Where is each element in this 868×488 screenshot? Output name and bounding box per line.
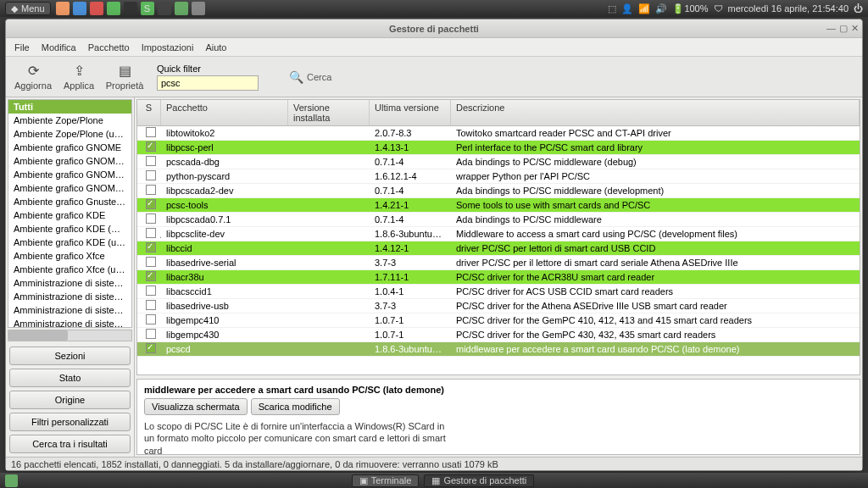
table-row[interactable]: libgempc4301.0.7-1PC/SC driver for the G… — [137, 328, 860, 342]
table-row[interactable]: libasedrive-serial3.7-3driver PC/SC per … — [137, 256, 860, 270]
shield-icon[interactable]: 🛡 — [714, 3, 723, 14]
category-item[interactable]: Ambiente Zope/Plone (univers — [8, 127, 131, 141]
status-checkbox[interactable] — [146, 228, 156, 238]
status-checkbox[interactable] — [146, 242, 156, 252]
properties-button[interactable]: ▤ Proprietà — [104, 63, 145, 91]
category-item[interactable]: Amministrazione di sistema (n — [8, 290, 131, 303]
app-icon[interactable] — [73, 2, 86, 15]
show-desktop-icon[interactable] — [5, 474, 18, 487]
app-icon[interactable] — [90, 2, 103, 15]
search-results-button[interactable]: Cerca tra i risultati — [9, 435, 131, 453]
table-row[interactable]: libasedrive-usb3.7-3PC/SC driver for the… — [137, 299, 860, 313]
col-installed[interactable]: Versione installata — [288, 100, 370, 125]
table-row[interactable]: libacr38u1.7.11-1PC/SC driver for the AC… — [137, 270, 860, 285]
table-header[interactable]: S Pacchetto Versione installata Ultima v… — [137, 100, 860, 126]
table-row[interactable]: libgempc4101.0.7-1PC/SC driver for the G… — [137, 313, 860, 328]
status-checkbox[interactable] — [146, 300, 156, 310]
apply-button[interactable]: ⇪ Applica — [58, 63, 99, 91]
task-synaptic[interactable]: ▦ Gestore di pacchetti — [424, 474, 534, 487]
search-button[interactable]: 🔍 Cerca — [289, 70, 331, 84]
category-item[interactable]: Ambiente grafico KDE (univer — [8, 236, 131, 249]
table-body[interactable]: libtowitoko22.0.7-8.3Towitoko smartcard … — [137, 126, 860, 374]
quick-filter-input[interactable] — [157, 75, 259, 91]
clock[interactable]: mercoledì 16 aprile, 21:54:40 — [728, 3, 849, 14]
status-button[interactable]: Stato — [9, 369, 131, 387]
status-checkbox[interactable] — [146, 257, 156, 267]
table-row[interactable]: pcsc-tools1.4.21-1Some tools to use with… — [137, 198, 860, 213]
app-icon[interactable] — [124, 2, 137, 15]
maximize-button[interactable]: ▢ — [839, 23, 848, 34]
table-row[interactable]: libpcscada0.7.10.7.1-4Ada bindings to PC… — [137, 213, 860, 227]
category-item[interactable]: Amministrazione di sistema (n — [8, 303, 131, 317]
menu-button[interactable]: ◆ Menu — [5, 2, 51, 15]
menu-help[interactable]: Aiuto — [205, 42, 226, 53]
task-terminal[interactable]: ▣ Terminale — [352, 474, 420, 487]
refresh-button[interactable]: ⟳ Aggiorna — [13, 63, 53, 91]
category-item[interactable]: Ambiente grafico GNOME (no — [8, 168, 131, 181]
status-checkbox[interactable] — [146, 271, 156, 281]
table-row[interactable]: libccid1.4.12-1driver PC/SC per lettori … — [137, 241, 860, 256]
menu-settings[interactable]: Impostazioni — [142, 42, 194, 53]
table-row[interactable]: libpcsc-perl1.4.13-1Perl interface to th… — [137, 141, 860, 155]
category-item[interactable]: Ambiente Zope/Plone — [8, 114, 131, 127]
category-item[interactable]: Ambiente grafico Gnustep (un — [8, 195, 131, 208]
status-checkbox[interactable] — [146, 343, 156, 353]
col-latest[interactable]: Ultima versione — [370, 100, 451, 125]
table-row[interactable]: libtowitoko22.0.7-8.3Towitoko smartcard … — [137, 126, 860, 141]
table-row[interactable]: python-pyscard1.6.12.1-4wrapper Python p… — [137, 169, 860, 184]
status-checkbox[interactable] — [146, 127, 156, 137]
minimize-button[interactable]: — — [826, 23, 836, 34]
menu-package[interactable]: Pacchetto — [88, 42, 130, 53]
horizontal-scrollbar[interactable] — [8, 330, 132, 341]
status-checkbox[interactable] — [146, 286, 156, 296]
col-description[interactable]: Descrizione — [451, 100, 860, 125]
skype-icon[interactable]: S — [141, 2, 154, 15]
col-name[interactable]: Pacchetto — [161, 100, 288, 125]
changelog-button[interactable]: Scarica modifiche — [251, 398, 340, 415]
col-status[interactable]: S — [137, 100, 161, 125]
status-checkbox[interactable] — [146, 314, 156, 324]
status-checkbox[interactable] — [146, 329, 156, 339]
titlebar[interactable]: Gestore di pacchetti — ▢ ✕ — [6, 19, 862, 38]
table-row[interactable]: ●libpcsclite-dev1.8.6-3ubuntu1b1Middlewa… — [137, 227, 860, 241]
category-item[interactable]: Tutti — [8, 100, 131, 114]
volume-icon[interactable]: 🔊 — [655, 3, 667, 14]
table-row[interactable]: pcscada-dbg0.7.1-4Ada bindings to PC/SC … — [137, 155, 860, 169]
status-checkbox[interactable] — [146, 141, 156, 152]
status-checkbox[interactable] — [146, 156, 156, 166]
status-checkbox[interactable] — [146, 199, 156, 209]
app-icon[interactable] — [56, 2, 70, 15]
category-item[interactable]: Ambiente grafico GNOME — [8, 141, 131, 154]
category-item[interactable]: Amministrazione di sistema (u — [8, 317, 131, 328]
user-icon[interactable]: 👤 — [621, 3, 633, 14]
table-row[interactable]: pcscd1.8.6-3ubuntu1b1middleware per acce… — [137, 342, 860, 357]
screenshot-button[interactable]: Visualizza schermata — [144, 398, 248, 415]
origin-button[interactable]: Origine — [9, 391, 131, 409]
status-checkbox[interactable] — [146, 170, 156, 180]
network-icon[interactable]: 📶 — [638, 3, 650, 14]
app-icon[interactable] — [158, 2, 171, 15]
category-list[interactable]: TuttiAmbiente Zope/PloneAmbiente Zope/Pl… — [8, 99, 132, 328]
sections-button[interactable]: Sezioni — [9, 347, 131, 365]
app-icon[interactable] — [175, 2, 188, 15]
shutdown-icon[interactable]: ⏻ — [854, 3, 863, 14]
category-item[interactable]: Amministrazione di sistema — [8, 276, 131, 290]
category-item[interactable]: Ambiente grafico KDE — [8, 208, 131, 222]
indicator-icon[interactable]: ⬚ — [608, 3, 616, 14]
table-row[interactable]: libacsccid11.0.4-1PC/SC driver for ACS U… — [137, 285, 860, 299]
category-item[interactable]: Ambiente grafico GNOME (mu — [8, 154, 131, 168]
status-checkbox[interactable] — [146, 214, 156, 224]
battery-icon[interactable]: 🔋100% — [672, 3, 708, 14]
status-checkbox[interactable] — [146, 185, 156, 195]
app-icon[interactable] — [107, 2, 120, 15]
category-item[interactable]: Ambiente grafico KDE (multiv — [8, 222, 131, 236]
category-item[interactable]: Ambiente grafico Xfce (univer — [8, 263, 131, 276]
category-item[interactable]: Ambiente grafico GNOME (un — [8, 181, 131, 195]
app-icon[interactable] — [192, 2, 205, 15]
menu-file[interactable]: File — [14, 42, 30, 53]
category-item[interactable]: Ambiente grafico Xfce — [8, 249, 131, 263]
close-button[interactable]: ✕ — [851, 23, 859, 34]
menu-edit[interactable]: Modifica — [42, 42, 76, 53]
custom-filters-button[interactable]: Filtri personalizzati — [9, 413, 131, 431]
table-row[interactable]: libpcscada2-dev0.7.1-4Ada bindings to PC… — [137, 184, 860, 198]
